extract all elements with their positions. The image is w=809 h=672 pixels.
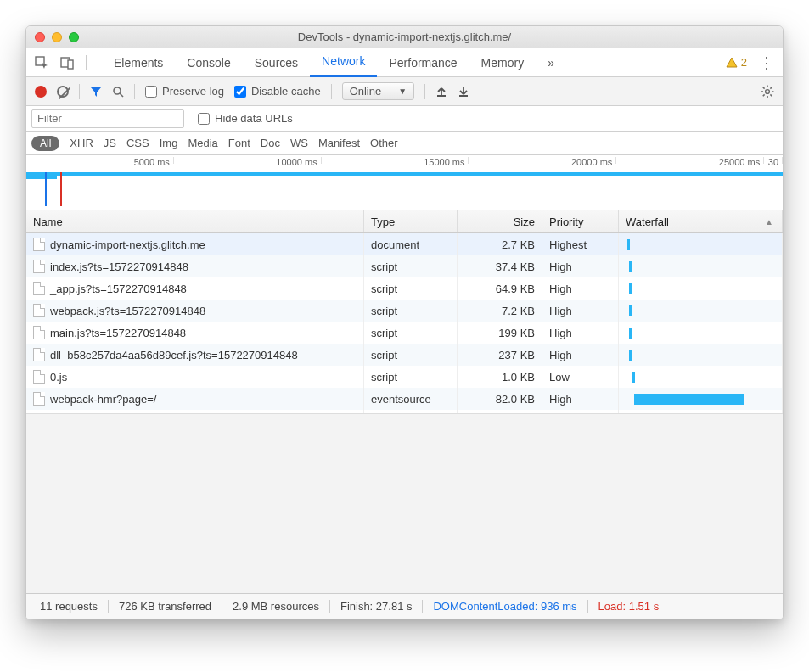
table-row[interactable]: webpack-hmr?page=/eventsource81.7 KBHigh xyxy=(26,410,783,413)
table-row[interactable]: 0.jsscript1.0 KBLow xyxy=(26,366,783,388)
col-waterfall-header[interactable]: Waterfall ▲ xyxy=(619,210,783,232)
overview-track xyxy=(26,172,783,206)
cell-type: script xyxy=(371,305,397,317)
traffic-lights xyxy=(26,32,79,42)
status-requests: 11 requests xyxy=(30,600,109,613)
col-priority-header[interactable]: Priority xyxy=(542,210,619,232)
tab-memory[interactable]: Memory xyxy=(469,48,537,77)
type-ws[interactable]: WS xyxy=(290,137,308,149)
type-manifest[interactable]: Manifest xyxy=(318,137,360,149)
preserve-log-checkbox[interactable]: Preserve log xyxy=(145,85,224,98)
type-all[interactable]: All xyxy=(31,136,59,151)
cell-name: 0.js xyxy=(50,371,67,384)
tick-label: 30 xyxy=(764,157,783,164)
type-other[interactable]: Other xyxy=(370,137,398,149)
type-css[interactable]: CSS xyxy=(126,137,149,149)
tabs-overflow[interactable]: » xyxy=(536,48,566,77)
svg-point-3 xyxy=(114,87,121,94)
record-button[interactable] xyxy=(35,86,47,98)
type-media[interactable]: Media xyxy=(188,137,217,149)
table-row[interactable]: index.js?ts=1572270914848script37.4 KBHi… xyxy=(26,255,783,277)
tab-performance[interactable]: Performance xyxy=(377,48,469,77)
tick-label: 20000 ms xyxy=(469,157,616,164)
file-icon xyxy=(33,392,45,406)
type-font[interactable]: Font xyxy=(228,137,250,149)
table-row[interactable]: dll_b58c257da4aa56d89cef.js?ts=157227091… xyxy=(26,344,783,366)
tab-sources[interactable]: Sources xyxy=(243,48,310,77)
cell-type: script xyxy=(371,327,397,339)
filter-toggle-icon[interactable] xyxy=(90,86,102,98)
col-name-header[interactable]: Name xyxy=(26,210,364,232)
cell-waterfall xyxy=(619,322,783,344)
zoom-window-button[interactable] xyxy=(69,32,79,42)
type-img[interactable]: Img xyxy=(160,137,178,149)
export-har-icon[interactable] xyxy=(458,86,469,98)
type-doc[interactable]: Doc xyxy=(261,137,280,149)
type-xhr[interactable]: XHR xyxy=(70,137,93,149)
tab-elements[interactable]: Elements xyxy=(102,48,175,77)
filter-input[interactable] xyxy=(31,109,184,128)
disable-cache-input[interactable] xyxy=(234,86,246,98)
type-js[interactable]: JS xyxy=(104,137,116,149)
file-icon xyxy=(33,282,45,295)
settings-gear-icon[interactable] xyxy=(761,85,774,98)
status-domcontentloaded: DOMContentLoaded: 936 ms xyxy=(423,600,587,613)
divider xyxy=(79,84,80,99)
cell-type: eventsource xyxy=(371,393,431,406)
warning-badge[interactable]: 2 xyxy=(726,56,747,69)
col-type-header[interactable]: Type xyxy=(364,210,458,232)
import-har-icon[interactable] xyxy=(435,86,447,98)
file-icon xyxy=(33,370,45,384)
cell-priority: High xyxy=(549,393,572,406)
status-finish: Finish: 27.81 s xyxy=(330,600,424,613)
tab-network[interactable]: Network xyxy=(310,48,377,77)
resource-type-filters: All XHR JS CSS Img Media Font Doc WS Man… xyxy=(26,132,783,155)
cell-priority: Highest xyxy=(549,238,587,251)
overview-timeline[interactable]: 5000 ms 10000 ms 15000 ms 20000 ms 25000… xyxy=(26,155,783,210)
tick-label: 15000 ms xyxy=(322,157,469,164)
cell-name: _app.js?ts=1572270914848 xyxy=(50,283,187,295)
clear-button[interactable] xyxy=(57,86,69,98)
cell-priority: High xyxy=(549,305,572,317)
minimize-window-button[interactable] xyxy=(52,32,62,42)
close-window-button[interactable] xyxy=(35,32,45,42)
preserve-log-input[interactable] xyxy=(145,86,157,98)
more-menu-icon[interactable]: ⋮ xyxy=(759,53,774,72)
table-row[interactable]: main.js?ts=1572270914848script199 KBHigh xyxy=(26,322,783,344)
search-icon[interactable] xyxy=(112,86,124,98)
table-row[interactable]: webpack-hmr?page=/eventsource82.0 KBHigh xyxy=(26,388,783,410)
preserve-log-label: Preserve log xyxy=(162,85,224,98)
svg-point-7 xyxy=(766,89,770,93)
table-row[interactable]: dynamic-import-nextjs.glitch.medocument2… xyxy=(26,233,783,255)
status-resources: 2.9 MB resources xyxy=(222,600,330,613)
requests-table: Name Type Size Priority Waterfall ▲ dyna… xyxy=(26,210,783,593)
cell-priority: Low xyxy=(549,371,570,384)
status-transferred: 726 KB transferred xyxy=(109,600,222,613)
col-waterfall-label: Waterfall xyxy=(626,216,669,228)
table-header: Name Type Size Priority Waterfall ▲ xyxy=(26,210,783,233)
cell-waterfall xyxy=(619,300,783,322)
tick-label: 5000 ms xyxy=(26,157,174,164)
cell-name: dll_b58c257da4aa56d89cef.js?ts=157227091… xyxy=(50,349,298,361)
cell-waterfall xyxy=(619,410,783,413)
disable-cache-checkbox[interactable]: Disable cache xyxy=(234,85,321,98)
tick-label: 25000 ms xyxy=(616,157,764,164)
hide-data-urls-label: Hide data URLs xyxy=(215,112,293,125)
disable-cache-label: Disable cache xyxy=(251,85,321,98)
divider xyxy=(331,84,332,99)
tab-console[interactable]: Console xyxy=(175,48,242,77)
warning-count: 2 xyxy=(741,56,747,69)
sort-indicator-icon: ▲ xyxy=(765,217,773,227)
inspect-element-icon[interactable] xyxy=(35,56,48,70)
hide-data-urls-input[interactable] xyxy=(198,113,210,125)
cell-size: 64.9 KB xyxy=(496,283,535,295)
col-size-header[interactable]: Size xyxy=(458,210,542,232)
cell-size: 82.0 KB xyxy=(496,393,535,406)
table-row[interactable]: _app.js?ts=1572270914848script64.9 KBHig… xyxy=(26,277,783,300)
throttling-select[interactable]: Online ▼ xyxy=(342,82,414,100)
table-row[interactable]: webpack.js?ts=1572270914848script7.2 KBH… xyxy=(26,300,783,322)
panel-tabs: Elements Console Sources Network Perform… xyxy=(102,48,566,77)
hide-data-urls-checkbox[interactable]: Hide data URLs xyxy=(198,112,293,125)
cell-size: 37.4 KB xyxy=(496,260,535,273)
device-toolbar-icon[interactable] xyxy=(60,56,74,70)
